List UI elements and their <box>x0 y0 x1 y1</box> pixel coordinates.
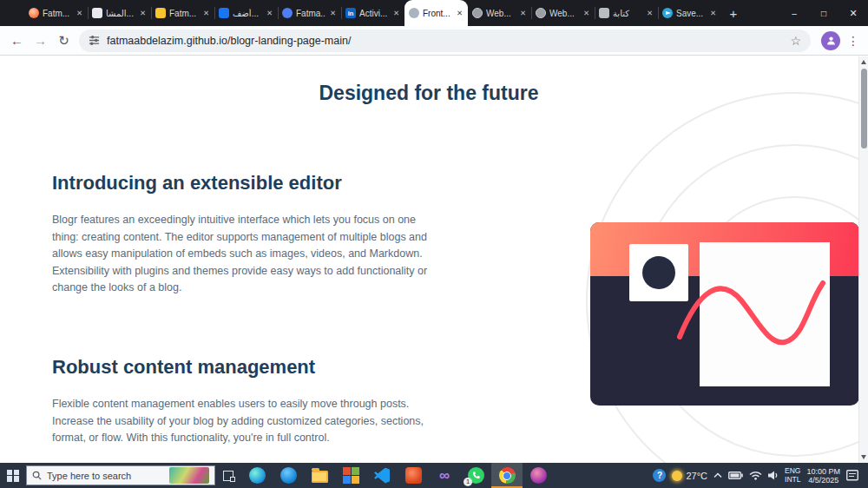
page-scrollbar[interactable] <box>858 56 868 463</box>
taskbar-apps: ∞ 1 <box>241 463 554 488</box>
browser-menu-icon[interactable]: ⋮ <box>844 34 863 48</box>
taskbar-clock[interactable]: 10:00 PM 4/5/2025 <box>806 467 840 485</box>
tab-close-icon[interactable]: ✕ <box>76 8 83 18</box>
telegram-favicon <box>662 8 673 18</box>
grid-app-button[interactable] <box>335 463 366 488</box>
section-heading: Robust content management <box>52 356 432 379</box>
blue-circle-app-icon <box>280 467 297 484</box>
tab-close-icon[interactable]: ✕ <box>329 8 337 18</box>
forward-button[interactable]: → <box>29 33 52 48</box>
browser-tab[interactable]: كتابة ✕ <box>595 0 658 26</box>
whatsapp-button[interactable]: 1 <box>460 463 491 488</box>
profile-avatar[interactable] <box>821 31 840 50</box>
pink-app-button[interactable] <box>523 463 554 488</box>
browser-tab[interactable]: Fatm... ✕ <box>24 0 88 26</box>
tab-favicon <box>282 8 293 18</box>
edge-icon <box>249 467 266 484</box>
folder-icon <box>312 471 328 483</box>
search-icon <box>32 471 42 480</box>
tab-label: Save... <box>676 9 706 18</box>
back-button[interactable]: ← <box>5 33 29 48</box>
visual-studio-icon: ∞ <box>439 467 450 484</box>
vscode-icon <box>374 468 390 484</box>
task-view-button[interactable] <box>215 463 241 488</box>
search-placeholder: Type here to search <box>47 471 164 481</box>
windows-logo-icon <box>7 470 19 482</box>
window-close-button[interactable]: ✕ <box>838 0 868 26</box>
taskbar-search[interactable]: Type here to search <box>26 465 215 485</box>
sun-icon <box>672 471 682 481</box>
tab-close-icon[interactable]: ✕ <box>456 8 464 18</box>
bookmark-star-icon[interactable]: ☆ <box>790 34 801 48</box>
browser-tab[interactable]: Fatma... ✕ <box>278 0 341 26</box>
tab-label: Fatma... <box>296 9 326 18</box>
browser-tab[interactable]: Web... ✕ <box>468 0 531 26</box>
tab-label: المشا... <box>106 9 135 18</box>
volume-icon[interactable] <box>768 471 779 480</box>
browser-tab[interactable]: المشا... ✕ <box>88 0 151 26</box>
browser-tab[interactable]: Save... ✕ <box>658 0 721 26</box>
system-tray: ? 27°C ENG <box>653 463 868 488</box>
browser-tab[interactable]: in Activi... ✕ <box>341 0 404 26</box>
tab-list: Fatm... ✕ المشا... ✕ Fatm... ✕ أضف... ✕ … <box>24 0 746 26</box>
scroll-up-arrow-icon[interactable] <box>861 60 866 64</box>
tab-close-icon[interactable]: ✕ <box>582 8 590 18</box>
chrome-app-button-active[interactable] <box>491 463 523 488</box>
tab-close-icon[interactable]: ✕ <box>519 8 527 18</box>
grid-app-icon <box>343 467 359 484</box>
pink-app-icon <box>530 467 547 484</box>
tab-close-icon[interactable]: ✕ <box>646 8 654 18</box>
new-tab-button[interactable]: + <box>721 0 746 26</box>
tab-label: كتابة <box>613 9 642 18</box>
section-content-management: Robust content management Flexible conte… <box>52 356 432 447</box>
person-icon <box>825 35 837 46</box>
skype-app-button[interactable] <box>273 463 304 488</box>
tab-favicon <box>219 8 229 18</box>
page-title: Designed for the future <box>0 82 858 105</box>
visual-studio-button[interactable]: ∞ <box>429 463 460 488</box>
action-center-icon[interactable] <box>846 470 858 481</box>
browser-tab-active[interactable]: Front... ✕ <box>404 0 468 26</box>
tab-label: Front... <box>423 9 452 18</box>
red-app-button[interactable] <box>398 463 429 488</box>
wifi-icon[interactable] <box>749 471 762 480</box>
tab-close-icon[interactable]: ✕ <box>392 8 400 18</box>
weather-widget[interactable]: 27°C <box>672 471 707 481</box>
url-text[interactable]: fatmaabdelazim.github.io/blogr-landing-p… <box>107 35 783 47</box>
section-body: Blogr features an exceedingly intuitive … <box>52 212 432 297</box>
browser-tab[interactable]: Web... ✕ <box>531 0 595 26</box>
tab-favicon <box>599 8 609 18</box>
scroll-down-arrow-icon[interactable] <box>861 455 866 459</box>
tab-close-icon[interactable]: ✕ <box>202 8 210 18</box>
battery-icon[interactable] <box>728 472 743 479</box>
file-explorer-button[interactable] <box>304 463 335 488</box>
section-extensible-editor: Introducing an extensible editor Blogr f… <box>52 172 432 297</box>
vscode-app-button[interactable] <box>366 463 398 488</box>
maximize-button[interactable]: □ <box>809 0 838 26</box>
address-bar[interactable]: fatmaabdelazim.github.io/blogr-landing-p… <box>79 30 811 52</box>
tab-close-icon[interactable]: ✕ <box>709 8 717 18</box>
windows-taskbar: Type here to search ∞ <box>0 463 868 488</box>
browser-tab-strip: Fatm... ✕ المشا... ✕ Fatm... ✕ أضف... ✕ … <box>0 0 868 26</box>
window-controls: – □ ✕ <box>779 0 868 26</box>
language-indicator[interactable]: ENG INTL <box>785 467 800 484</box>
tab-label: Activi... <box>359 9 389 18</box>
edge-app-button[interactable] <box>241 463 273 488</box>
browser-tab[interactable]: أضف... ✕ <box>214 0 278 26</box>
tab-favicon <box>155 8 166 18</box>
scrollbar-thumb[interactable] <box>861 69 867 148</box>
search-highlight-image[interactable] <box>169 467 209 484</box>
help-icon[interactable]: ? <box>653 469 666 482</box>
site-info-icon[interactable] <box>89 35 100 46</box>
language-secondary: INTL <box>785 476 800 485</box>
start-button[interactable] <box>0 463 26 488</box>
hidden-icons-chevron-icon[interactable] <box>713 472 722 478</box>
tab-close-icon[interactable]: ✕ <box>266 8 273 18</box>
reload-button[interactable]: ↻ <box>52 33 76 49</box>
browser-tab[interactable]: Fatm... ✕ <box>151 0 214 26</box>
tab-favicon <box>92 8 102 18</box>
clock-date: 4/5/2025 <box>808 476 838 485</box>
section-heading: Introducing an extensible editor <box>52 172 432 195</box>
minimize-button[interactable]: – <box>779 0 809 26</box>
tab-close-icon[interactable]: ✕ <box>139 8 147 18</box>
